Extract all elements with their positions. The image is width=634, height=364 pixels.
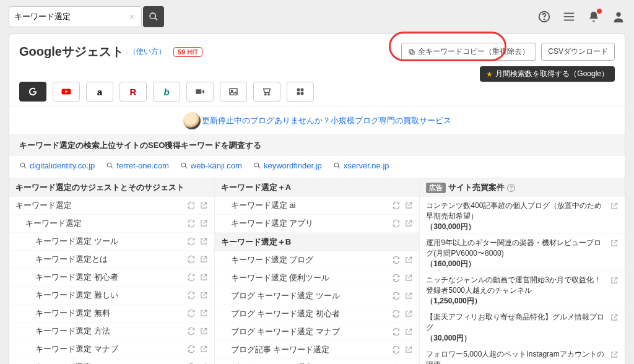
keyword-row[interactable]: ブログ記事 キーワード選定 <box>215 341 420 359</box>
open-icon[interactable] <box>199 255 208 264</box>
menu-icon[interactable] <box>562 10 576 24</box>
tab-google[interactable] <box>19 82 46 102</box>
keyword-row[interactable]: キーワード選定 難しい <box>9 287 214 305</box>
svg-point-5 <box>616 12 620 17</box>
search-volume-button[interactable]: ★ 月間検索数を取得する（Google） <box>480 66 615 82</box>
keyword-row[interactable]: ブログ キーワード選定 マナブ <box>215 323 420 341</box>
open-icon[interactable] <box>610 276 619 285</box>
open-icon[interactable] <box>404 201 413 210</box>
open-icon[interactable] <box>404 310 413 318</box>
refresh-icon[interactable] <box>392 274 401 282</box>
open-icon[interactable] <box>404 219 413 228</box>
keyword-row[interactable]: キーワード選定 便利ツール <box>215 269 420 287</box>
refresh-icon[interactable] <box>187 219 196 228</box>
row-actions <box>392 201 413 210</box>
seo-site-link[interactable]: web-kanji.com <box>180 161 242 170</box>
open-icon[interactable] <box>610 350 619 359</box>
refresh-icon[interactable] <box>392 310 401 318</box>
help-icon[interactable] <box>537 10 551 24</box>
keyword-row[interactable]: キーワード選定 ブログ <box>215 251 420 269</box>
open-icon[interactable] <box>404 327 413 336</box>
bell-icon[interactable] <box>587 10 601 24</box>
open-icon[interactable] <box>199 327 208 336</box>
seo-site-link[interactable]: keywordfinder.jp <box>253 161 322 170</box>
tab-youtube[interactable] <box>53 82 80 102</box>
promo-link[interactable]: 更新停止中のブログありませんか？小規模ブログ専門の買取サービス <box>202 115 451 126</box>
tab-rakuten[interactable]: R <box>119 82 147 102</box>
refresh-icon[interactable] <box>392 201 401 210</box>
keyword-row[interactable]: キーワード選定 無料 <box>9 305 214 323</box>
open-icon[interactable] <box>199 291 208 300</box>
keyword-row[interactable]: キーワード選定 マナブ <box>9 340 214 358</box>
refresh-icon[interactable] <box>392 219 401 228</box>
refresh-icon[interactable] <box>392 327 401 336</box>
refresh-icon[interactable] <box>392 345 401 354</box>
tab-shopping[interactable] <box>253 82 280 102</box>
keyword-row[interactable]: ブログ キーワード選定 おすすめ <box>215 359 420 364</box>
copy-all-button[interactable]: 全キーワードコピー（重複除去） <box>401 43 536 61</box>
tab-image[interactable] <box>220 82 247 102</box>
refresh-icon[interactable] <box>187 345 196 353</box>
open-icon[interactable] <box>404 256 413 264</box>
tab-microsoft[interactable] <box>287 82 314 102</box>
keyword-row[interactable]: ブログ キーワード選定 ツール <box>215 287 420 305</box>
open-icon[interactable] <box>404 345 413 354</box>
keyword-row[interactable]: キーワード選定 <box>9 215 214 233</box>
keyword-row[interactable]: キーワード選定 ai <box>215 197 420 215</box>
keyword-row[interactable]: キーワード選定とは <box>9 251 214 269</box>
info-icon[interactable]: ? <box>507 184 515 192</box>
refresh-icon[interactable] <box>187 291 196 300</box>
user-icon[interactable] <box>612 10 625 24</box>
row-actions <box>392 274 413 282</box>
refresh-icon[interactable] <box>187 273 196 282</box>
open-icon[interactable] <box>610 313 619 322</box>
svg-rect-15 <box>301 89 304 92</box>
refresh-icon[interactable] <box>187 237 196 246</box>
keyword-text: キーワード選定 <box>15 200 72 211</box>
refresh-icon[interactable] <box>392 292 401 300</box>
tab-video[interactable] <box>186 82 214 102</box>
row-actions <box>392 310 413 318</box>
sale-item[interactable]: フォロワー5,000人超のペットInstagramアカウントの譲渡（650,00… <box>420 345 625 364</box>
open-icon[interactable] <box>610 239 619 248</box>
open-icon[interactable] <box>199 219 208 228</box>
sale-item[interactable]: ニッチなジャンルの動画で運営開始3か月で収益化！登録者5000人越えのチャンネル… <box>420 271 625 308</box>
keyword-text: キーワード選定 難しい <box>35 290 118 301</box>
tab-bing[interactable]: b <box>153 82 180 102</box>
keyword-row[interactable]: キーワード選定 方法 <box>9 323 214 340</box>
open-icon[interactable] <box>199 201 208 210</box>
refresh-icon[interactable] <box>392 256 401 264</box>
open-icon[interactable] <box>199 273 208 282</box>
refresh-icon[interactable] <box>187 201 196 210</box>
tab-amazon[interactable]: a <box>86 82 113 102</box>
topbar: × <box>0 0 634 33</box>
keyword-row[interactable]: キーワード選定 <box>9 197 214 215</box>
mascot-icon <box>183 112 201 129</box>
seo-site-link[interactable]: xserver.ne.jp <box>333 161 389 170</box>
open-icon[interactable] <box>199 309 208 318</box>
keyword-row[interactable]: キーワード選定 chatgpt <box>9 358 214 364</box>
sale-item[interactable]: 運用9年以上のギター関連の楽器・機材レビューブログ(月間PV6000〜8000)… <box>420 234 625 271</box>
howto-link[interactable]: （使い方） <box>129 46 166 57</box>
seo-heading: キーワード選定の検索上位サイトのSEO獲得キーワードを調査する <box>9 135 625 156</box>
search-input[interactable] <box>9 6 142 27</box>
open-icon[interactable] <box>404 292 413 300</box>
seo-site-link[interactable]: ferret-one.com <box>106 161 169 170</box>
csv-download-button[interactable]: CSVダウンロード <box>541 43 615 61</box>
keyword-row[interactable]: ブログ キーワード選定 初心者 <box>215 305 420 323</box>
refresh-icon[interactable] <box>187 309 196 318</box>
refresh-icon[interactable] <box>187 255 196 264</box>
search-button[interactable] <box>143 6 164 27</box>
open-icon[interactable] <box>199 345 208 353</box>
keyword-row[interactable]: キーワード選定 ツール <box>9 233 214 251</box>
open-icon[interactable] <box>404 274 413 282</box>
open-icon[interactable] <box>199 237 208 246</box>
sale-item[interactable]: コンテンツ数400記事超の個人ブログ（放置中のため早期売却希望）（300,000… <box>420 197 625 234</box>
keyword-row[interactable]: キーワード選定 アプリ <box>215 215 420 233</box>
sale-item[interactable]: 【楽天アフィリお取り寄せ商品特化】グルメ情報ブログ（30,000円） <box>420 308 625 345</box>
refresh-icon[interactable] <box>187 327 196 336</box>
keyword-row[interactable]: キーワード選定 初心者 <box>9 269 214 287</box>
seo-site-link[interactable]: digitalidentity.co.jp <box>19 161 95 170</box>
open-icon[interactable] <box>610 202 619 210</box>
clear-icon[interactable]: × <box>129 12 134 22</box>
